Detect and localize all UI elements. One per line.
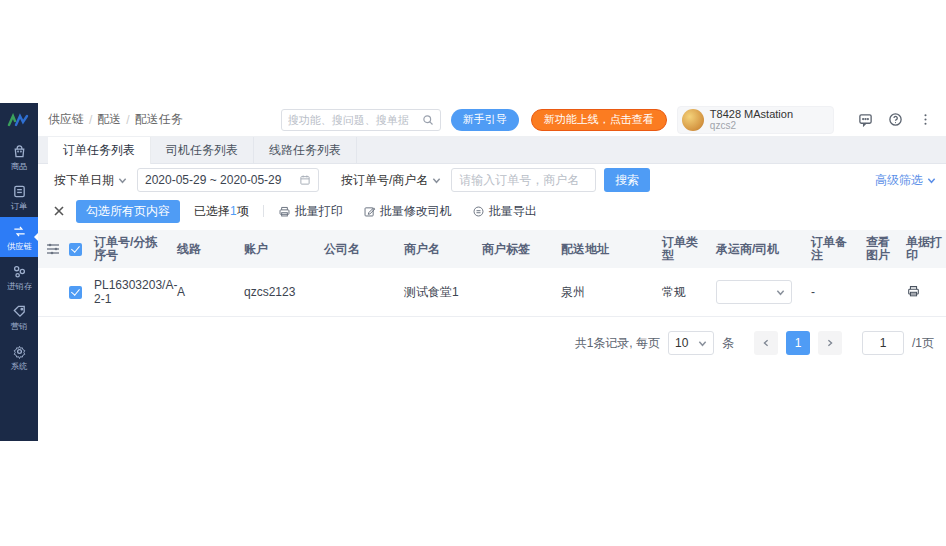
- sidebar-item-label: 订单: [11, 201, 28, 210]
- keyword-type-dropdown[interactable]: 按订单号/商户名: [341, 172, 441, 189]
- col-account: 账户: [240, 230, 320, 268]
- pagination-total-pages: /1页: [912, 335, 934, 352]
- cell-merchant-tag: [478, 268, 557, 317]
- col-company: 公司名: [320, 230, 400, 268]
- col-order-no: 订单号/分拣序号: [90, 230, 173, 268]
- user-name: T8428 MAstation: [710, 109, 793, 120]
- row-checkbox[interactable]: [69, 286, 82, 299]
- newbie-guide-button[interactable]: 新手引导: [451, 109, 519, 131]
- next-page-button[interactable]: [818, 331, 842, 355]
- feedback-button[interactable]: [854, 109, 876, 131]
- edit-icon: [363, 205, 376, 218]
- user-menu[interactable]: T8428 MAstation qzcs2: [677, 106, 834, 134]
- advanced-filter-toggle[interactable]: 高级筛选: [875, 172, 936, 189]
- batch-export-button[interactable]: 批量导出: [472, 203, 537, 220]
- chat-icon: [858, 112, 873, 127]
- search-icon[interactable]: [422, 114, 434, 126]
- sidebar-item-supply-chain[interactable]: 供应链: [0, 217, 38, 257]
- chevron-down-icon: [776, 288, 785, 297]
- pagination: 共1条记录, 每页 10 条 1 /1页: [38, 317, 946, 355]
- chevron-down-icon: [927, 176, 936, 185]
- sidebar-item-orders[interactable]: 订单: [0, 177, 38, 217]
- cell-account: qzcs2123: [240, 268, 320, 317]
- breadcrumb-item[interactable]: 供应链: [48, 111, 84, 128]
- sidebar-item-label: 进销存: [7, 281, 32, 290]
- cell-merchant: 测试食堂1: [400, 268, 478, 317]
- cell-order-type: 常规: [658, 268, 712, 317]
- bag-icon: [12, 144, 27, 159]
- sidebar-item-inventory[interactable]: 进销存: [0, 257, 38, 297]
- pagination-unit: 条: [722, 335, 734, 352]
- help-button[interactable]: [884, 109, 906, 131]
- sidebar-item-label: 供应链: [7, 241, 32, 250]
- more-menu-button[interactable]: [914, 109, 936, 131]
- chevron-down-icon: [698, 339, 707, 348]
- page-size-select[interactable]: 10: [668, 331, 714, 355]
- document-icon: [12, 184, 27, 199]
- task-tabs: 订单任务列表 司机任务列表 线路任务列表: [38, 137, 946, 164]
- breadcrumb: 供应链 / 配送 / 配送任务: [48, 111, 183, 128]
- cell-line: A: [173, 268, 240, 317]
- column-settings-icon[interactable]: [46, 243, 60, 255]
- select-all-checkbox[interactable]: [69, 243, 82, 256]
- date-type-dropdown[interactable]: 按下单日期: [54, 172, 127, 189]
- breadcrumb-separator: /: [89, 113, 92, 127]
- tag-icon: [12, 304, 27, 319]
- avatar: [682, 109, 704, 131]
- new-feature-button[interactable]: 新功能上线，点击查看: [531, 109, 667, 131]
- logo-icon: [7, 113, 31, 127]
- tab-driver-task-list[interactable]: 司机任务列表: [151, 137, 254, 163]
- app-logo[interactable]: [0, 103, 38, 137]
- keyword-input[interactable]: [451, 168, 596, 192]
- cell-remark: -: [807, 268, 862, 317]
- col-remark: 订单备注: [807, 230, 862, 268]
- printer-icon[interactable]: [906, 284, 921, 298]
- batch-toolbar: 勾选所有页内容 已选择1项 批量打印 批量修改司机 批量导出: [38, 196, 946, 226]
- sidebar-item-label: 营销: [11, 321, 28, 330]
- chevron-left-icon: [762, 339, 770, 347]
- batch-modify-driver-button[interactable]: 批量修改司机: [363, 203, 452, 220]
- chevron-right-icon: [826, 339, 834, 347]
- breadcrumb-item[interactable]: 配送任务: [135, 111, 183, 128]
- tab-route-task-list[interactable]: 线路任务列表: [254, 137, 357, 163]
- select-all-pages-button[interactable]: 勾选所有页内容: [76, 200, 180, 223]
- more-vertical-icon: [918, 112, 933, 127]
- prev-page-button[interactable]: [754, 331, 778, 355]
- pagination-total-text: 共1条记录, 每页: [575, 335, 660, 352]
- carrier-driver-select[interactable]: [716, 280, 792, 304]
- filter-bar: 按下单日期 2020-05-29 ~ 2020-05-29 按订单号/商户名 搜…: [38, 164, 946, 196]
- sidebar-item-label: 系统: [11, 361, 28, 370]
- breadcrumb-item[interactable]: 配送: [97, 111, 121, 128]
- col-doc-print: 单据打印: [902, 230, 946, 268]
- toolbar-divider: [263, 205, 264, 217]
- page-jump-input[interactable]: [862, 331, 904, 355]
- col-order-type: 订单类型: [658, 230, 712, 268]
- chevron-down-icon: [118, 176, 127, 185]
- table-row: PL16303203/A-2-1 A qzcs2123 测试食堂1 泉州 常规: [38, 268, 946, 317]
- current-page-button[interactable]: 1: [786, 331, 810, 355]
- printer-icon: [278, 205, 291, 218]
- sidebar-item-system[interactable]: 系统: [0, 337, 38, 377]
- sidebar-item-marketing[interactable]: 营销: [0, 297, 38, 337]
- app-window: 商品 订单 供应链 进销存 营销: [0, 103, 946, 441]
- col-merchant: 商户名: [400, 230, 478, 268]
- sidebar-item-label: 商品: [11, 161, 28, 170]
- close-icon[interactable]: [50, 202, 68, 220]
- search-button[interactable]: 搜索: [604, 168, 650, 192]
- breadcrumb-separator: /: [126, 113, 129, 127]
- tab-order-task-list[interactable]: 订单任务列表: [48, 137, 151, 164]
- sidebar-item-goods[interactable]: 商品: [0, 137, 38, 177]
- inventory-icon: [12, 264, 27, 279]
- help-icon: [888, 112, 903, 127]
- global-search: [281, 109, 441, 131]
- global-search-input[interactable]: [288, 114, 422, 126]
- batch-print-button[interactable]: 批量打印: [278, 203, 343, 220]
- export-icon: [472, 205, 485, 218]
- cell-company: [320, 268, 400, 317]
- sidebar: 商品 订单 供应链 进销存 营销: [0, 103, 38, 441]
- date-range-input[interactable]: 2020-05-29 ~ 2020-05-29: [137, 168, 319, 192]
- cell-address: 泉州: [557, 268, 658, 317]
- col-carrier-driver: 承运商/司机: [712, 230, 807, 268]
- topbar: 供应链 / 配送 / 配送任务 新手引导 新功能上线，点击查看 T8428 MA…: [38, 103, 946, 137]
- calendar-icon: [299, 174, 311, 186]
